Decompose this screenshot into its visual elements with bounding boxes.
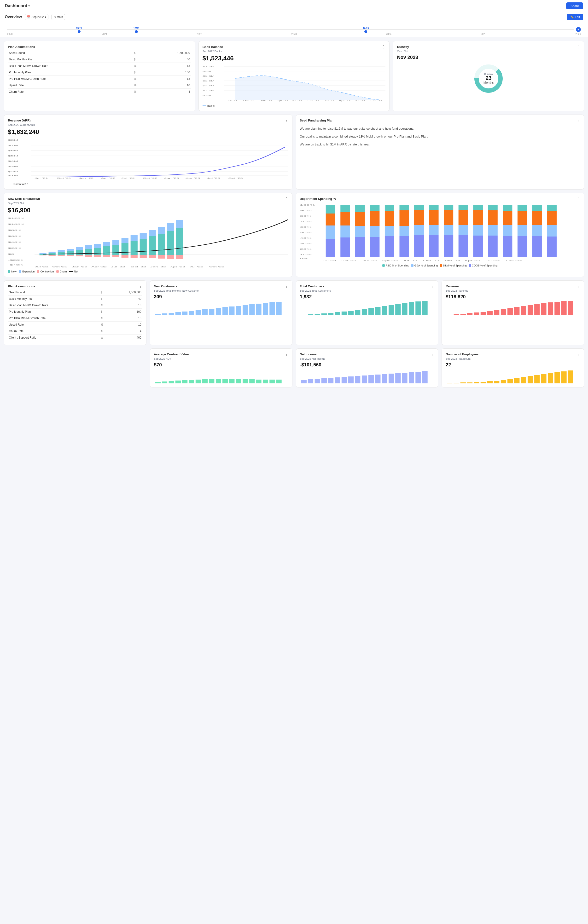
tc-chart (300, 301, 434, 315)
svg-rect-104 (130, 255, 137, 258)
scenario-picker[interactable]: ⊙ Main (51, 14, 65, 20)
assumption-value-3: 100 (147, 69, 191, 76)
svg-rect-99 (85, 255, 92, 257)
assumption2-label-7: Client : Support Ratio (8, 335, 100, 341)
calendar-icon: 📅 (27, 15, 30, 19)
svg-rect-151 (399, 205, 409, 210)
assumption2-icon-1: $ (100, 296, 110, 302)
assumption2-value-0: 1,500,000 (109, 289, 142, 296)
runway-menu[interactable]: ⋮ (576, 45, 580, 49)
assumption2-label-0: Seed Round (8, 289, 100, 296)
dept-menu[interactable]: ⋮ (576, 197, 580, 201)
assumption-row-6: Churn Rate % 4 (8, 89, 191, 95)
svg-rect-310 (514, 378, 519, 383)
revenue-arr-menu[interactable]: ⋮ (284, 119, 288, 122)
seed-menu[interactable]: ⋮ (576, 119, 580, 122)
pa2-menu[interactable]: ⋮ (139, 284, 142, 288)
svg-rect-91 (158, 227, 165, 234)
runway-header: Runway ⋮ (397, 45, 580, 49)
edit-icon: ✏️ (570, 15, 574, 19)
svg-text:Oct '21: Oct '21 (56, 177, 71, 179)
svg-rect-156 (414, 210, 424, 225)
svg-rect-255 (528, 305, 533, 315)
svg-text:$1M: $1M (203, 94, 211, 96)
acv-menu[interactable]: ⋮ (284, 353, 288, 356)
svg-rect-100 (94, 255, 101, 257)
timeline-event-3[interactable]: 10/23 (363, 27, 369, 33)
svg-rect-259 (555, 302, 560, 315)
assumption2-label-2: Basic Plan M/o/M Growth Rate (8, 302, 100, 309)
assumption-icon-6: % (133, 89, 147, 95)
plan-assumptions-card: Plan Assumptions ⋮ Seed Round $ 1,500,00… (4, 41, 195, 111)
svg-rect-302 (461, 383, 466, 383)
svg-text:Jan '23: Jan '23 (164, 177, 179, 179)
ni-menu[interactable]: ⋮ (430, 353, 434, 356)
edit-button[interactable]: ✏️ Edit (567, 14, 583, 20)
svg-rect-235 (375, 307, 380, 315)
donut-months: 23 (484, 76, 494, 81)
assumption2-value-6: 4 (109, 328, 142, 335)
svg-rect-283 (314, 379, 320, 383)
svg-rect-136 (340, 212, 350, 226)
nc-menu[interactable]: ⋮ (284, 284, 288, 288)
num-employees-card: Number of Employees ⋮ Sep 2022 Headcount… (441, 348, 584, 388)
svg-rect-188 (532, 211, 542, 225)
svg-rect-277 (256, 380, 261, 383)
mrr-subtitle: Sep 2022 Net (8, 202, 288, 205)
svg-rect-260 (561, 301, 567, 315)
assumption-icon-3: $ (133, 69, 147, 76)
svg-rect-263 (162, 381, 167, 383)
rev-menu[interactable]: ⋮ (576, 284, 580, 288)
assumption-label-1: Basic Monthly Plan (8, 56, 133, 63)
svg-text:Jan '22: Jan '22 (79, 177, 94, 179)
timeline-event-2[interactable]: 10/21 (133, 27, 139, 33)
legend-ga-label: G&A % of Spending (415, 264, 438, 267)
year-label-2022: 2022 (197, 33, 202, 35)
svg-rect-141 (355, 226, 365, 237)
svg-text:Apr '23: Apr '23 (170, 266, 185, 268)
date-picker[interactable]: 📅 Sep 2022 ▾ (25, 14, 48, 20)
tc-menu[interactable]: ⋮ (430, 284, 434, 288)
svg-rect-208 (175, 312, 180, 315)
svg-rect-289 (355, 376, 360, 383)
svg-rect-77 (176, 228, 183, 255)
ni-title: Net Income (300, 353, 317, 356)
net-income-card: Net Income ⋮ Sep 2022 Net Income -$101,5… (296, 348, 438, 388)
svg-rect-301 (454, 383, 459, 383)
svg-rect-82 (76, 247, 83, 250)
svg-rect-278 (263, 380, 268, 383)
share-button[interactable]: Share (566, 2, 583, 9)
svg-rect-237 (388, 305, 394, 315)
svg-text:60%: 60% (300, 226, 312, 228)
assumption2-icon-6: % (100, 328, 110, 335)
svg-text:$1.8M: $1.8M (203, 75, 215, 77)
svg-rect-74 (149, 236, 156, 255)
svg-text:Oct '23: Oct '23 (505, 260, 522, 261)
title-chevron-icon[interactable]: ▾ (28, 4, 30, 8)
assumption-icon-4: % (133, 76, 147, 82)
timeline-add-button[interactable]: + (576, 27, 581, 32)
timeline-event-1[interactable]: 05/21 (76, 27, 82, 33)
svg-rect-175 (488, 205, 497, 210)
svg-rect-160 (429, 210, 438, 225)
svg-text:Apr '22: Apr '22 (91, 266, 107, 268)
svg-rect-174 (473, 236, 483, 257)
seed-header: Seed Fundraising Plan ⋮ (300, 119, 580, 122)
svg-rect-108 (167, 255, 174, 259)
mrr-menu[interactable]: ⋮ (284, 197, 288, 201)
assumption2-row-4: Pro Plan M/o/M Growth Rate % 13 (8, 315, 142, 322)
tc-subtitle: Sep 2022 Total Customers (300, 289, 434, 292)
assumption2-value-1: 40 (109, 296, 142, 302)
assumption2-icon-0: $ (100, 289, 110, 296)
bank-balance-menu[interactable]: ⋮ (382, 45, 385, 49)
svg-rect-179 (503, 205, 512, 211)
seed-paragraphs: We are planning to raise $1.5M to pad ou… (300, 126, 580, 147)
runway-donut-container: Runway 23 Months (397, 61, 580, 94)
svg-rect-313 (534, 375, 540, 383)
svg-rect-282 (308, 380, 313, 383)
svg-rect-76 (167, 231, 174, 255)
plan-assumptions-menu[interactable]: ⋮ (187, 45, 191, 49)
svg-rect-303 (467, 383, 472, 383)
ne-menu[interactable]: ⋮ (576, 353, 580, 356)
assumption-label-4: Pro Plan M/o/M Growth Rate (8, 76, 133, 82)
